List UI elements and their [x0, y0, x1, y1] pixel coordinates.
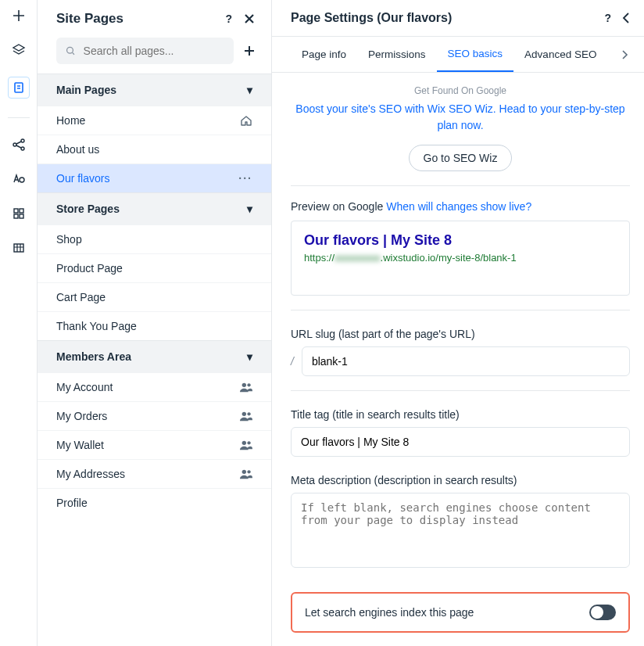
title-tag-label: Title tag (title in search results title… [291, 408, 630, 421]
svg-point-4 [20, 178, 24, 182]
chevron-down-icon: ▾ [247, 203, 252, 215]
chevron-left-icon[interactable] [622, 13, 630, 23]
page-item-label: Thank You Page [56, 320, 137, 332]
site-pages-panel: Site Pages ? Main Pages ▾ Home [38, 0, 272, 646]
svg-rect-5 [14, 209, 18, 213]
svg-rect-0 [15, 83, 23, 92]
page-item-label: Profile [56, 497, 88, 509]
index-toggle-row: Let search engines index this page [291, 592, 630, 633]
page-item-label: My Wallet [56, 439, 104, 451]
meta-desc-input[interactable] [291, 493, 630, 568]
page-item-label: About us [56, 143, 99, 156]
chevron-down-icon: ▾ [247, 350, 252, 363]
page-item-label: My Account [56, 381, 113, 393]
page-item-label: My Addresses [56, 468, 125, 480]
members-icon [240, 382, 252, 393]
svg-point-10 [67, 47, 73, 53]
section-header-main[interactable]: Main Pages ▾ [38, 74, 271, 106]
page-item-thankyou[interactable]: Thank You Page [38, 311, 271, 340]
table-icon[interactable] [11, 240, 27, 256]
meta-desc-label: Meta description (description in search … [291, 474, 630, 486]
tab-page-info[interactable]: Page info [291, 38, 357, 71]
page-item-about[interactable]: About us [38, 135, 271, 163]
index-toggle-label: Let search engines index this page [305, 606, 474, 619]
page-item-home[interactable]: Home [38, 106, 271, 135]
search-field[interactable] [82, 44, 224, 58]
members-icon [240, 440, 252, 450]
section-header-store[interactable]: Store Pages ▾ [38, 192, 271, 224]
left-rail [0, 0, 38, 646]
settings-title: Page Settings (Our flavors) [291, 11, 452, 25]
page-item-profile[interactable]: Profile [38, 488, 271, 517]
svg-point-11 [242, 383, 246, 387]
svg-point-14 [247, 412, 250, 415]
svg-point-15 [242, 441, 246, 445]
share-icon[interactable] [11, 137, 27, 153]
svg-point-18 [247, 470, 250, 473]
promo-heading: Get Found On Google [291, 85, 630, 96]
page-item-label: Home [56, 114, 85, 127]
url-slug-input[interactable] [302, 346, 630, 376]
panel-title: Site Pages [56, 11, 123, 27]
tab-permissions[interactable]: Permissions [357, 38, 437, 71]
svg-rect-8 [20, 214, 23, 218]
page-item-label: Our flavors [56, 172, 109, 185]
page-item-my-account[interactable]: My Account [38, 372, 271, 401]
page-item-shop[interactable]: Shop [38, 224, 271, 253]
typography-icon[interactable] [11, 171, 27, 187]
page-item-product[interactable]: Product Page [38, 253, 271, 282]
svg-point-3 [21, 147, 24, 150]
help-icon[interactable]: ? [604, 12, 611, 24]
page-item-my-wallet[interactable]: My Wallet [38, 430, 271, 459]
page-item-label: My Orders [56, 410, 107, 422]
tabs-scroll-right-icon[interactable] [616, 50, 635, 59]
title-tag-input[interactable] [291, 427, 630, 457]
members-icon [240, 468, 252, 479]
svg-rect-9 [14, 244, 23, 252]
tab-seo-basics[interactable]: SEO basics [437, 37, 514, 72]
pages-icon[interactable] [8, 77, 30, 99]
go-to-seo-wiz-button[interactable]: Go to SEO Wiz [409, 145, 513, 171]
section-label: Store Pages [56, 203, 120, 215]
index-toggle[interactable] [589, 605, 616, 620]
members-icon [240, 411, 252, 422]
home-icon [240, 114, 252, 127]
plus-icon[interactable] [11, 8, 27, 23]
svg-rect-6 [20, 209, 23, 213]
section-label: Main Pages [56, 84, 116, 96]
url-slug-label: URL slug (last part of the page's URL) [291, 328, 630, 340]
chevron-down-icon: ▾ [247, 84, 252, 96]
svg-point-13 [242, 412, 246, 416]
svg-point-17 [242, 470, 246, 474]
svg-point-16 [247, 441, 250, 444]
page-item-my-addresses[interactable]: My Addresses [38, 459, 271, 488]
seo-preview-card: Our flavors | My Site 8 https://xxxxxxxx… [291, 221, 630, 296]
page-item-label: Cart Page [56, 291, 106, 303]
preview-label: Preview on Google [291, 200, 386, 213]
preview-link[interactable]: When will changes show live? [386, 200, 531, 213]
page-item-cart[interactable]: Cart Page [38, 282, 271, 311]
more-icon[interactable]: ··· [238, 172, 252, 185]
apps-icon[interactable] [11, 206, 27, 221]
svg-point-1 [13, 143, 16, 146]
page-item-label: Product Page [56, 262, 123, 275]
page-item-my-orders[interactable]: My Orders [38, 401, 271, 430]
section-header-members[interactable]: Members Area ▾ [38, 340, 271, 372]
promo-text: Boost your site's SEO with Wix SEO Wiz. … [291, 101, 630, 134]
page-item-our-flavors[interactable]: Our flavors ··· [38, 163, 271, 192]
tab-advanced-seo[interactable]: Advanced SEO [513, 38, 607, 71]
page-item-label: Shop [56, 233, 82, 246]
add-page-icon[interactable] [243, 45, 256, 57]
close-icon[interactable] [243, 13, 256, 25]
layers-icon[interactable] [11, 42, 27, 58]
page-settings-panel: Page Settings (Our flavors) ? Page info … [272, 0, 644, 646]
tabs: Page info Permissions SEO basics Advance… [272, 36, 644, 73]
svg-point-2 [21, 139, 24, 142]
slash-icon: / [291, 355, 294, 368]
section-label: Members Area [56, 350, 131, 363]
seo-preview-url: https://xxxxxxxxx.wixstudio.io/my-site-8… [304, 252, 617, 264]
search-input[interactable] [56, 38, 234, 64]
seo-preview-title: Our flavors | My Site 8 [304, 232, 617, 249]
svg-point-12 [247, 383, 250, 386]
help-icon[interactable]: ? [225, 13, 232, 25]
